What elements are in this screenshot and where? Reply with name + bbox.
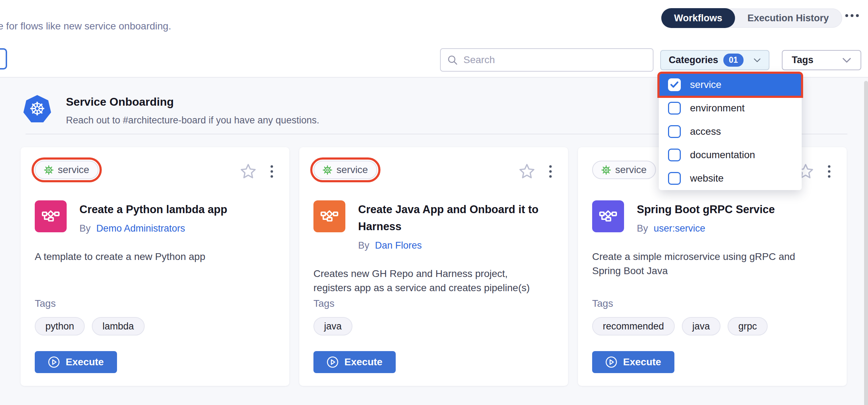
categories-dropdown-panel: service environment access documentation…: [659, 73, 802, 190]
execute-label: Execute: [66, 356, 104, 368]
category-badge: service: [313, 161, 377, 179]
tags-label: Tags: [592, 298, 833, 309]
category-badge-label: service: [615, 164, 647, 176]
workflow-description: Create a simple microservice using gRPC …: [592, 250, 819, 278]
search-icon: [447, 55, 458, 65]
workflow-title: Spring Boot gRPC Service: [637, 201, 775, 218]
chevron-down-icon: [842, 57, 851, 63]
section-title: Service Onboarding: [66, 95, 319, 109]
tags-dropdown-button[interactable]: Tags: [782, 50, 861, 70]
workflow-icon: [313, 200, 345, 232]
search-input-container: [440, 48, 653, 72]
play-icon: [327, 356, 339, 368]
view-toggle: Workflows Execution History: [661, 9, 842, 28]
execute-label: Execute: [623, 356, 661, 368]
workflows-page: e for flows like new service onboarding.…: [0, 0, 868, 405]
by-label: By: [79, 223, 91, 234]
workflow-icon: [592, 200, 624, 232]
by-label: By: [358, 240, 369, 251]
tags-filter-label: Tags: [792, 55, 813, 66]
tag-pill: python: [35, 317, 85, 335]
dropdown-option-label: documentation: [690, 149, 755, 161]
dropdown-option-documentation[interactable]: documentation: [659, 143, 802, 167]
category-badge: service: [35, 161, 99, 179]
dropdown-option-label: website: [690, 173, 724, 184]
tags-label: Tags: [313, 298, 554, 309]
tags-label: Tags: [35, 298, 275, 309]
vertical-scrollbar[interactable]: [864, 81, 868, 405]
favorite-star-icon[interactable]: [519, 163, 535, 179]
kubernetes-icon: ☸: [23, 95, 52, 124]
gear-icon: [601, 165, 611, 175]
by-label: By: [637, 223, 648, 234]
dropdown-option-service[interactable]: service: [659, 73, 802, 96]
dropdown-option-label: access: [690, 126, 721, 137]
page-header: e for flows like new service onboarding.…: [0, 0, 868, 47]
workflow-owner-link[interactable]: Dan Flores: [375, 240, 422, 251]
dropdown-option-access[interactable]: access: [659, 120, 802, 143]
workflow-title: Create Java App and Onboard it to Harnes…: [358, 201, 554, 235]
category-badge: service: [592, 161, 656, 179]
workflow-title: Create a Python lambda app: [79, 201, 227, 218]
svg-text:☸: ☸: [29, 98, 46, 120]
tag-pill: grpc: [728, 317, 768, 335]
card-menu-icon[interactable]: [547, 165, 554, 178]
categories-label: Categories: [669, 55, 718, 66]
workflow-icon: [35, 200, 67, 232]
dropdown-option-label: environment: [690, 102, 745, 114]
play-icon: [605, 356, 617, 368]
tag-pill: lambda: [92, 317, 145, 335]
workflow-description: Creates new GH Repo and Harness project,…: [313, 267, 540, 295]
card-menu-icon[interactable]: [268, 165, 275, 178]
checkbox-checked[interactable]: [668, 78, 681, 91]
section-header: ☸ Service Onboarding Reach out to #archi…: [23, 95, 319, 126]
gear-icon: [323, 165, 332, 175]
tab-workflows[interactable]: Workflows: [661, 8, 735, 28]
tag-pill: recommended: [592, 317, 675, 335]
workflow-description: A template to create a new Python app: [35, 250, 262, 264]
categories-count-badge: 01: [723, 54, 744, 67]
categories-dropdown-button[interactable]: Categories 01: [660, 50, 769, 70]
execute-button[interactable]: Execute: [35, 351, 117, 373]
favorite-star-icon[interactable]: [240, 163, 256, 179]
play-icon: [48, 356, 60, 368]
more-options-icon[interactable]: [845, 14, 859, 17]
checkbox-unchecked[interactable]: [668, 149, 681, 161]
edge-cropped-chip[interactable]: [0, 48, 7, 70]
checkbox-unchecked[interactable]: [668, 172, 681, 185]
dropdown-option-environment[interactable]: environment: [659, 96, 802, 120]
tag-pill: java: [313, 317, 352, 335]
workflow-owner-link[interactable]: Demo Administrators: [96, 223, 185, 234]
chevron-down-icon: [753, 57, 761, 63]
checkbox-unchecked[interactable]: [668, 125, 681, 138]
tab-execution-history[interactable]: Execution History: [735, 9, 842, 28]
checkbox-unchecked[interactable]: [668, 102, 681, 115]
category-badge-label: service: [58, 164, 89, 176]
section-subtitle: Reach out to #architecture-board if you …: [66, 115, 319, 126]
execute-button[interactable]: Execute: [313, 351, 396, 373]
execute-label: Execute: [344, 356, 382, 368]
workflow-card: service: [21, 147, 289, 386]
dropdown-option-label: service: [690, 79, 722, 90]
tag-pill: java: [682, 317, 721, 335]
page-subtitle: e for flows like new service onboarding.: [0, 21, 171, 32]
execute-button[interactable]: Execute: [592, 351, 674, 373]
workflow-owner-link[interactable]: user:service: [654, 223, 706, 234]
dropdown-option-website[interactable]: website: [659, 167, 802, 190]
category-badge-label: service: [336, 164, 368, 176]
search-input[interactable]: [463, 54, 646, 66]
gear-icon: [44, 165, 54, 175]
card-menu-icon[interactable]: [826, 165, 833, 178]
workflow-card: service: [299, 147, 568, 386]
